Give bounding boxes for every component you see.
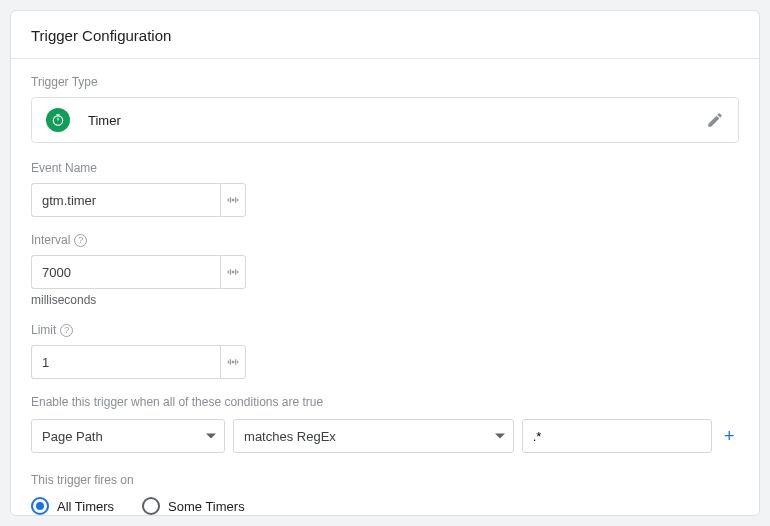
interval-variable-button[interactable] — [220, 255, 246, 289]
condition-value-input[interactable] — [522, 419, 712, 453]
interval-group: Interval ? milliseconds — [31, 233, 739, 307]
radio-indicator — [31, 497, 49, 515]
interval-input[interactable] — [31, 255, 220, 289]
interval-label: Interval ? — [31, 233, 739, 247]
event-name-group: Event Name — [31, 161, 739, 217]
radio-indicator — [142, 497, 160, 515]
limit-group: Limit ? — [31, 323, 739, 379]
trigger-type-row[interactable]: Timer — [31, 97, 739, 143]
limit-input[interactable] — [31, 345, 220, 379]
card-header: Trigger Configuration — [11, 11, 759, 59]
event-name-label: Event Name — [31, 161, 739, 175]
card-body: Trigger Type Timer Event Name Interval — [11, 59, 759, 516]
variable-icon — [225, 192, 241, 208]
chevron-down-icon — [206, 434, 216, 439]
event-name-input[interactable] — [31, 183, 220, 217]
radio-some-timers[interactable]: Some Timers — [142, 497, 245, 515]
trigger-type-name: Timer — [88, 113, 121, 128]
card-title: Trigger Configuration — [31, 27, 171, 44]
add-condition-button[interactable]: + — [720, 426, 739, 446]
variable-icon — [225, 354, 241, 370]
chevron-down-icon — [495, 434, 505, 439]
condition-operator-select[interactable]: matches RegEx — [233, 419, 514, 453]
fires-on-label: This trigger fires on — [31, 473, 739, 487]
fires-on-radio-group: All Timers Some Timers — [31, 497, 739, 515]
condition-variable-select[interactable]: Page Path — [31, 419, 225, 453]
edit-icon[interactable] — [706, 111, 724, 129]
limit-label: Limit ? — [31, 323, 739, 337]
help-icon[interactable]: ? — [60, 324, 73, 337]
variable-icon — [225, 264, 241, 280]
interval-unit-label: milliseconds — [31, 293, 739, 307]
conditions-label: Enable this trigger when all of these co… — [31, 395, 739, 409]
event-name-variable-button[interactable] — [220, 183, 246, 217]
timer-icon — [46, 108, 70, 132]
trigger-config-card: Trigger Configuration Trigger Type Timer… — [10, 10, 760, 516]
limit-variable-button[interactable] — [220, 345, 246, 379]
help-icon[interactable]: ? — [74, 234, 87, 247]
radio-all-timers[interactable]: All Timers — [31, 497, 114, 515]
trigger-type-label: Trigger Type — [31, 75, 739, 89]
conditions-row: Page Path matches RegEx + — [31, 419, 739, 453]
